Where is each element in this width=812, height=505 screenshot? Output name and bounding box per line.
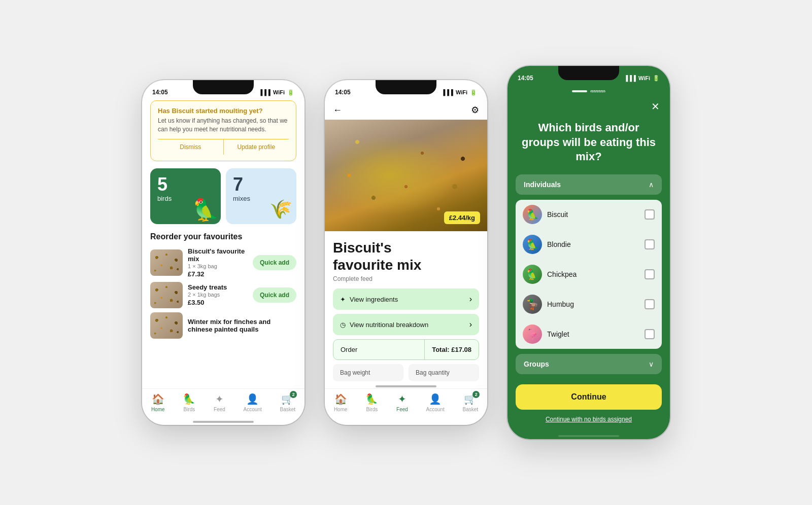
checkbox-humbug[interactable] xyxy=(645,299,655,309)
bird-item-humbug[interactable]: 🦆 Humbug xyxy=(516,290,662,319)
modal-header: ✕ xyxy=(507,92,670,117)
nav-account-label-2: Account xyxy=(426,407,445,412)
reorder-info-2: Seedy treats 2 × 1kg bags £3.50 xyxy=(188,283,248,306)
nav-basket-2[interactable]: 🛒2 Basket xyxy=(463,393,479,417)
screens-container: 14:05 ▐▐▐ WiFi 🔋 Has Biscuit started mou… xyxy=(122,46,690,459)
alert-title: Has Biscuit started moulting yet? xyxy=(158,107,289,115)
home-icon: 🏠 xyxy=(152,393,164,405)
view-ingredients-btn[interactable]: ✦ View ingredients › xyxy=(333,288,479,310)
nav-birds[interactable]: 🦜 Birds xyxy=(183,393,195,417)
update-profile-button[interactable]: Update profile xyxy=(224,139,289,155)
alert-body: Let us know if anything has changed, so … xyxy=(158,117,289,134)
nav-birds-2[interactable]: 🦜 Birds xyxy=(365,393,378,417)
stats-cards: 5 birds 🦜 7 mixes 🌾 xyxy=(150,168,296,224)
bag-quantity[interactable]: Bag quantity xyxy=(409,364,479,381)
reorder-img-3 xyxy=(150,312,183,339)
reorder-section-title: Reorder your favourites xyxy=(150,232,296,241)
feed-header: ← ⚙ xyxy=(325,100,487,120)
quick-add-btn-2[interactable]: Quick add xyxy=(253,287,296,303)
feed-icon: ✦ xyxy=(215,393,224,405)
feed-title-line2: favourite mix xyxy=(333,257,421,273)
price-badge: £2.44/kg xyxy=(444,211,480,224)
groups-header[interactable]: Groups ∨ xyxy=(516,354,662,374)
signal-icon-3: ▐▐▐ xyxy=(624,75,635,81)
nav-account[interactable]: 👤 Account xyxy=(244,393,262,417)
birds-icon-2: 🦜 xyxy=(365,393,378,405)
view-ingredients-left: ✦ View ingredients xyxy=(340,296,398,303)
modal-title: Which birds and/or groups will be eating… xyxy=(507,117,670,174)
checkbox-chickpea[interactable] xyxy=(645,269,655,279)
home-indicator-3 xyxy=(558,435,619,437)
notch-bird xyxy=(558,66,619,80)
nav-home-label-2: Home xyxy=(334,407,348,412)
view-nutrition-btn[interactable]: ◷ View nutritional breakdown › xyxy=(333,314,479,335)
reorder-name-3: Winter mix for finches and chinese paint… xyxy=(188,318,296,333)
mixes-card[interactable]: 7 mixes 🌾 xyxy=(226,168,296,224)
individuals-header[interactable]: Individuals ∧ xyxy=(516,174,662,195)
continue-button[interactable]: Continue xyxy=(516,384,662,410)
groups-label: Groups xyxy=(524,360,549,368)
nav-feed-2[interactable]: ✦ Feed xyxy=(396,393,408,417)
checkbox-twiglet[interactable] xyxy=(645,329,655,339)
individuals-chevron: ∧ xyxy=(649,181,654,189)
mixes-count: 7 xyxy=(233,175,289,194)
birds-list: 🦜 Biscuit 🦜 Blondie 🦜 Chickpea 🦆 Humbug xyxy=(516,200,662,349)
reorder-price-1: £7.32 xyxy=(188,270,248,278)
close-button[interactable]: ✕ xyxy=(651,100,660,113)
status-icons-home: ▐▐▐ WiFi 🔋 xyxy=(258,89,294,96)
birds-icon: 🦜 xyxy=(183,393,195,405)
groups-section: Groups ∨ xyxy=(516,354,662,374)
nav-home-label: Home xyxy=(151,407,165,412)
signal-icon: ▐▐▐ xyxy=(258,89,270,95)
avatar-biscuit: 🦜 xyxy=(523,205,542,224)
phone-home: 14:05 ▐▐▐ WiFi 🔋 Has Biscuit started mou… xyxy=(142,80,304,425)
wifi-icon-3: WiFi xyxy=(638,75,650,81)
avatar-humbug: 🦆 xyxy=(523,295,542,314)
basket-badge-2: 2 xyxy=(472,391,480,398)
wheat-decoration: 🌾 xyxy=(269,199,292,220)
groups-chevron: ∨ xyxy=(649,360,654,368)
reorder-sub-1: 1 × 3kg bag xyxy=(188,263,248,269)
dismiss-button[interactable]: Dismiss xyxy=(158,139,224,155)
order-total: Total: £17.08 xyxy=(425,340,479,359)
account-icon: 👤 xyxy=(246,393,259,405)
back-icon[interactable]: ← xyxy=(333,105,342,116)
feed-title-section: Biscuit's favourite mix Complete feed xyxy=(325,231,487,288)
home-indicator-2 xyxy=(376,385,436,387)
reorder-item-1: Biscuit's favourite mix 1 × 3kg bag £7.3… xyxy=(150,247,296,278)
quick-add-btn-1[interactable]: Quick add xyxy=(253,255,296,270)
reorder-item-3: Winter mix for finches and chinese paint… xyxy=(150,312,296,339)
bird-name-twiglet: Twiglet xyxy=(547,330,639,338)
home-icon-2: 🏠 xyxy=(334,393,347,405)
checkbox-blondie[interactable] xyxy=(645,239,655,249)
basket-badge: 2 xyxy=(290,391,297,398)
bottom-nav-feed: 🏠 Home 🦜 Birds ✦ Feed 👤 Account 🛒2 Baske… xyxy=(325,388,487,425)
bird-item-twiglet[interactable]: 🦩 Twiglet xyxy=(516,319,662,349)
order-row[interactable]: Order Total: £17.08 xyxy=(333,339,479,360)
continue-no-birds-link[interactable]: Continue with no birds assigned xyxy=(507,414,670,431)
nav-birds-label: Birds xyxy=(183,407,195,412)
individuals-label: Individuals xyxy=(524,181,561,189)
nav-basket[interactable]: 🛒2 Basket xyxy=(280,393,296,417)
settings-icon[interactable]: ⚙ xyxy=(471,104,479,116)
checkbox-biscuit[interactable] xyxy=(645,209,655,220)
wifi-icon-2: WiFi xyxy=(456,89,467,95)
nav-birds-label-2: Birds xyxy=(366,407,378,412)
weight-quantity-row: Bag weight Bag quantity xyxy=(333,364,479,381)
status-icons-feed: ▐▐▐ WiFi 🔋 xyxy=(441,89,477,96)
birds-card[interactable]: 5 birds 🦜 xyxy=(150,168,221,224)
reorder-item-2: Seedy treats 2 × 1kg bags £3.50 Quick ad… xyxy=(150,282,296,308)
nav-account-2[interactable]: 👤 Account xyxy=(426,393,445,417)
bird-item-blondie[interactable]: 🦜 Blondie xyxy=(516,230,662,260)
bird-item-biscuit[interactable]: 🦜 Biscuit xyxy=(516,200,662,230)
nav-feed-label: Feed xyxy=(214,407,225,412)
nav-feed[interactable]: ✦ Feed xyxy=(214,393,225,417)
nav-home-2[interactable]: 🏠 Home xyxy=(334,393,348,417)
bag-weight[interactable]: Bag weight xyxy=(333,364,403,381)
bird-decoration: 🦜 xyxy=(192,197,219,222)
bird-item-chickpea[interactable]: 🦜 Chickpea xyxy=(516,260,662,290)
view-ingredients-label: View ingredients xyxy=(350,296,398,303)
notch-feed xyxy=(376,80,436,94)
nav-home[interactable]: 🏠 Home xyxy=(151,393,165,417)
feed-subtitle: Complete feed xyxy=(333,275,479,282)
